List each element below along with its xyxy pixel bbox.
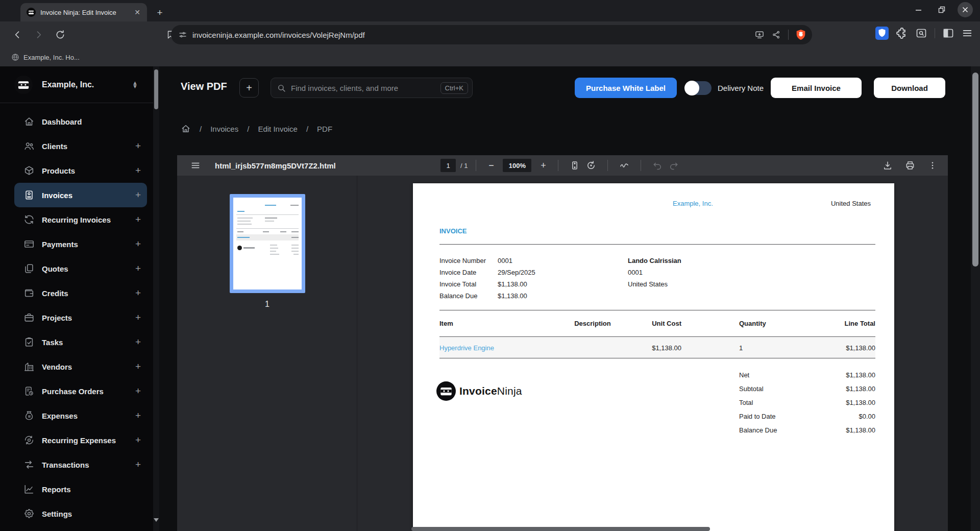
add-quotes-icon[interactable]: + xyxy=(135,263,141,274)
pdf-menu-kebab-icon[interactable] xyxy=(924,157,941,174)
annotate-ink-icon[interactable] xyxy=(616,157,632,174)
company-selector[interactable]: Example, Inc. ▲▼ xyxy=(0,66,153,103)
add-products-icon[interactable]: + xyxy=(135,165,141,176)
new-invoice-button[interactable]: + xyxy=(239,78,259,98)
sidebar-item-vendors[interactable]: Vendors + xyxy=(14,354,147,379)
undo-icon[interactable] xyxy=(649,157,666,174)
line-item-unit-cost: $1,138.00 xyxy=(623,344,681,352)
password-manager-extension-icon[interactable] xyxy=(875,27,889,40)
sidebar-toggle-icon[interactable] xyxy=(942,27,954,39)
redo-icon[interactable] xyxy=(666,157,682,174)
extensions-icon[interactable] xyxy=(896,27,908,39)
sidebar-scrollbar-thumb[interactable] xyxy=(154,69,158,109)
brave-shield-icon[interactable] xyxy=(796,29,806,40)
minimize-button[interactable] xyxy=(911,2,926,17)
sidebar-item-dashboard[interactable]: Dashboard xyxy=(14,109,147,134)
back-icon[interactable] xyxy=(9,27,26,43)
add-payments-icon[interactable]: + xyxy=(135,238,141,250)
sidebar-item-projects[interactable]: Projects + xyxy=(14,305,147,330)
sidebar-item-settings[interactable]: Settings xyxy=(14,501,147,526)
sidebar-item-recurring-invoices[interactable]: Recurring Invoices + xyxy=(14,207,147,232)
restore-button[interactable] xyxy=(934,2,949,17)
search-tabs-icon[interactable] xyxy=(915,27,927,39)
line-item-quantity: 1 xyxy=(681,344,821,352)
sidebar-item-transactions[interactable]: Transactions + xyxy=(14,452,147,477)
total-value: $1,138.00 xyxy=(846,396,875,409)
browser-scrollbar-thumb[interactable] xyxy=(972,73,978,267)
sidebar-item-purchase-orders[interactable]: Purchase Orders + xyxy=(14,379,147,403)
site-settings-icon[interactable] xyxy=(178,30,187,39)
zoom-out-icon[interactable]: − xyxy=(484,160,498,171)
email-invoice-button[interactable]: Email Invoice xyxy=(771,78,862,98)
building-icon xyxy=(23,361,35,372)
credit-card-icon xyxy=(23,238,35,250)
invoice-client-block: Lando Calrissian 0001 United States xyxy=(628,255,681,290)
sidebar-item-invoices[interactable]: Invoices + xyxy=(14,183,147,207)
zoom-in-icon[interactable]: + xyxy=(536,160,550,171)
pdf-thumbnail-panel: 1 xyxy=(177,176,357,531)
browser-tab[interactable]: Invoice Ninja: Edit Invoice ✕ xyxy=(20,3,147,21)
sidebar-nav: Dashboard Clients + Products + Invoices … xyxy=(14,109,147,526)
bookmark-example-inc[interactable]: Example, Inc. Ho... xyxy=(11,53,80,61)
pdf-sidebar-toggle-icon[interactable] xyxy=(187,157,204,174)
page-number-input[interactable] xyxy=(440,159,456,172)
refresh-icon xyxy=(23,214,35,225)
breadcrumb-edit-invoice[interactable]: Edit Invoice xyxy=(258,125,298,133)
add-credits-icon[interactable]: + xyxy=(135,287,141,299)
scroll-down-arrow-icon[interactable] xyxy=(154,518,159,522)
purchase-white-label-button[interactable]: Purchase White Label xyxy=(575,78,677,98)
fit-page-icon[interactable] xyxy=(567,157,583,174)
sidebar-item-recurring-expenses[interactable]: Recurring Expenses + xyxy=(14,428,147,452)
add-projects-icon[interactable]: + xyxy=(135,312,141,323)
add-transactions-icon[interactable]: + xyxy=(135,459,141,470)
sidebar-item-tasks[interactable]: Tasks + xyxy=(14,330,147,354)
tab-close-icon[interactable]: ✕ xyxy=(133,8,142,17)
add-purchase-orders-icon[interactable]: + xyxy=(135,385,141,397)
close-button[interactable] xyxy=(958,2,973,17)
share-icon[interactable] xyxy=(772,30,781,39)
thumbnail-page-number: 1 xyxy=(177,300,357,309)
search-input[interactable] xyxy=(291,84,435,92)
add-clients-icon[interactable]: + xyxy=(135,140,141,152)
sidebar-item-quotes[interactable]: Quotes + xyxy=(14,256,147,281)
breadcrumb-home-icon[interactable] xyxy=(181,124,191,134)
pdf-horizontal-scrollbar[interactable] xyxy=(411,527,710,531)
net-value: $1,138.00 xyxy=(846,368,875,382)
add-recurring-invoices-icon[interactable]: + xyxy=(135,214,141,225)
print-icon[interactable] xyxy=(902,157,918,174)
forward-icon[interactable] xyxy=(31,27,47,43)
sidebar-item-reports[interactable]: Reports xyxy=(14,477,147,501)
client-number: 0001 xyxy=(628,267,681,278)
url-bar[interactable]: invoiceninja.example.com/invoices/VolejR… xyxy=(171,25,812,44)
rotate-icon[interactable] xyxy=(583,157,599,174)
sidebar-item-credits[interactable]: Credits + xyxy=(14,281,147,305)
line-item-total: $1,138.00 xyxy=(821,344,875,352)
page-thumbnail[interactable] xyxy=(230,194,305,293)
new-tab-button[interactable]: + xyxy=(153,6,166,19)
zoom-level[interactable]: 100% xyxy=(503,159,531,172)
add-expenses-icon[interactable]: + xyxy=(135,410,141,421)
breadcrumb-invoices[interactable]: Invoices xyxy=(210,125,238,133)
sidebar-item-products[interactable]: Products + xyxy=(14,158,147,183)
titlebar: Invoice Ninja: Edit Invoice ✕ + xyxy=(0,0,980,21)
browser-menu-icon[interactable] xyxy=(962,28,973,39)
delivery-note-toggle[interactable] xyxy=(685,81,712,95)
download-button[interactable]: Download xyxy=(874,78,945,98)
add-recurring-expenses-icon[interactable]: + xyxy=(135,435,141,446)
invoice-total: $1,138.00 xyxy=(498,280,527,288)
save-to-device-icon[interactable] xyxy=(754,30,765,40)
sidebar-item-clients[interactable]: Clients + xyxy=(14,134,147,158)
pdf-download-icon[interactable] xyxy=(879,157,896,174)
sidebar-scrollbar[interactable] xyxy=(153,66,159,531)
add-vendors-icon[interactable]: + xyxy=(135,361,141,372)
sidebar-item-expenses[interactable]: Expenses + xyxy=(14,403,147,428)
browser-scrollbar[interactable] xyxy=(971,66,980,531)
breadcrumb-pdf[interactable]: PDF xyxy=(317,125,332,133)
briefcase-icon xyxy=(23,312,35,323)
sidebar-item-payments[interactable]: Payments + xyxy=(14,232,147,256)
reload-icon[interactable] xyxy=(52,27,68,43)
global-search[interactable]: Ctrl+K xyxy=(271,78,473,98)
add-invoices-icon[interactable]: + xyxy=(135,189,141,201)
toggle-knob[interactable] xyxy=(684,81,699,95)
add-tasks-icon[interactable]: + xyxy=(135,336,141,348)
